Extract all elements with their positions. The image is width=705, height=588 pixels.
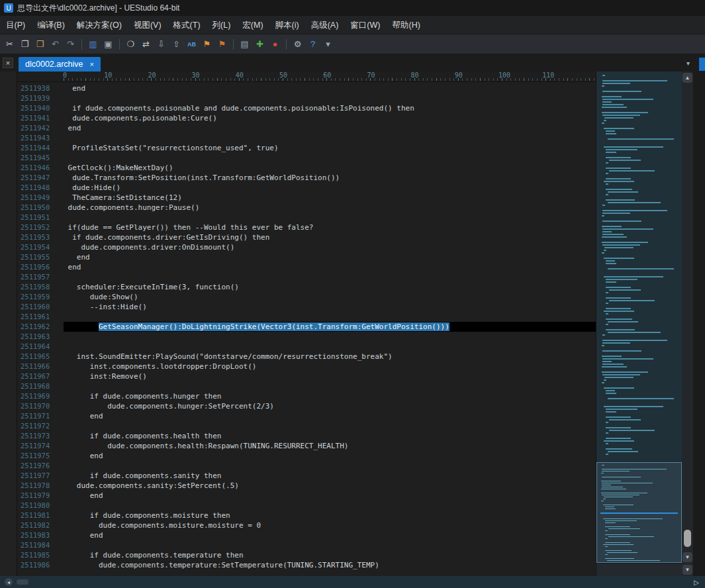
undo-icon[interactable]: ↶ (48, 37, 62, 51)
code-line[interactable]: 2511980 (17, 501, 596, 511)
code-line[interactable]: 2511945 (17, 153, 596, 163)
redo-icon[interactable]: ↷ (64, 37, 77, 51)
menu-item-10[interactable]: 帮助(H) (386, 16, 426, 34)
scroll-page-down-icon[interactable]: ▼ (682, 565, 692, 575)
code-line[interactable]: 2511950 dude.components.hunger:Pause() (17, 203, 596, 213)
record-macro-icon[interactable]: ● (268, 37, 282, 51)
copy-icon[interactable]: ❐ (18, 37, 32, 51)
code-line[interactable]: 2511948 dude:Hide() (17, 183, 596, 193)
menu-item-6[interactable]: 宏(M) (236, 16, 269, 34)
code-line[interactable]: 2511955 end (17, 252, 596, 262)
code-line[interactable]: 2511939 (17, 93, 596, 103)
code-line[interactable]: 2511965 inst.SoundEmitter:PlaySound("don… (17, 352, 596, 362)
code-line[interactable]: 2511957 (17, 272, 596, 282)
code-line[interactable]: 2511951 (17, 213, 596, 222)
code-line[interactable]: 2511943 (17, 133, 596, 143)
tab-close-icon[interactable]: × (90, 60, 94, 68)
menu-item-2[interactable]: 解决方案(O) (71, 16, 128, 34)
code-line[interactable]: 2511959 dude:Show() (17, 292, 596, 302)
scroll-down-icon[interactable]: ▼ (682, 552, 692, 562)
scroll-thumb[interactable] (684, 530, 691, 547)
function-list-icon[interactable]: ▤ (238, 37, 252, 51)
code-line[interactable]: 2511984 (17, 540, 596, 550)
code-line[interactable]: 2511974 dude.components.health:Respawn(T… (17, 441, 596, 451)
code-line[interactable]: 2511958 scheduler:ExecuteInTime(3, funct… (17, 282, 596, 292)
menu-item-5[interactable]: 列(L) (207, 16, 237, 34)
find-prev-icon[interactable]: ⇧ (169, 37, 183, 51)
close-pane-button[interactable]: × (3, 58, 13, 68)
code-line[interactable]: 2511949 TheCamera:SetDistance(12) (17, 193, 596, 203)
column-mode-icon[interactable]: ▥ (86, 37, 100, 51)
menu-item-7[interactable]: 脚本(i) (269, 16, 305, 34)
scroll-track[interactable] (682, 84, 693, 551)
code-line[interactable]: 2511952 if(dude == GetPlayer()) then --W… (17, 222, 596, 232)
code-text: dude.components.temperature:SetTemperatu… (64, 560, 596, 570)
save-icon[interactable]: ▣ (101, 37, 115, 51)
code-line[interactable]: 2511976 (17, 461, 596, 471)
code-line[interactable]: 2511963 (17, 332, 596, 342)
scroll-up-icon[interactable]: ▲ (682, 73, 692, 83)
code-line[interactable]: 2511962 GetSeasonManager():DoLightningSt… (17, 322, 596, 332)
cut-icon[interactable]: ✂ (3, 37, 17, 51)
code-line[interactable]: 2511968 (17, 381, 596, 391)
code-line[interactable]: 2511972 (17, 421, 596, 431)
paste-icon[interactable]: ❒ (33, 37, 47, 51)
code-line[interactable]: 2511946 GetClock():MakeNextDay() (17, 163, 596, 173)
tab-dlc0002-archive[interactable]: dlc0002.archive × (19, 57, 101, 72)
code-line[interactable]: 2511954 dude.components.driver:OnDismoun… (17, 242, 596, 252)
code-line[interactable]: 2511961 (17, 312, 596, 322)
code-line[interactable]: 2511944 ProfileStatsSet("resurrectionsto… (17, 143, 596, 153)
line-number: 2511950 (17, 203, 64, 213)
find-next-icon[interactable]: ⇩ (154, 37, 168, 51)
code-line[interactable]: 2511979 end (17, 491, 596, 501)
code-line[interactable]: 2511983 end (17, 530, 596, 540)
run-icon[interactable]: ✚ (253, 37, 267, 51)
menu-item-1[interactable]: 编译(B) (31, 16, 71, 34)
code-line[interactable]: 2511966 inst.components.lootdropper:Drop… (17, 362, 596, 371)
code-line[interactable]: 2511970 dude.components.hunger:SetPercen… (17, 401, 596, 411)
code-line[interactable]: 2511942 end (17, 123, 596, 133)
code-line[interactable]: 2511940 if dude.components.poisonable an… (17, 103, 596, 113)
minimap-line (604, 258, 634, 259)
minimap-viewport[interactable] (596, 462, 682, 563)
code-line[interactable]: 2511981 if dude.components.moisture then (17, 511, 596, 520)
code-line[interactable]: 2511973 if dude.components.health then (17, 431, 596, 441)
find-icon[interactable]: ❍ (124, 37, 138, 51)
line-number: 2511983 (17, 530, 64, 540)
help-icon[interactable]: ? (306, 37, 320, 51)
menu-item-8[interactable]: 高级(A) (305, 16, 345, 34)
vertical-scrollbar[interactable]: ▲ ▼ ▼ (682, 72, 693, 576)
code-line[interactable]: 2511975 end (17, 451, 596, 461)
spell-check-icon[interactable]: AB (185, 37, 199, 51)
code-line[interactable]: 2511953 if dude.components.driver:GetIsD… (17, 232, 596, 242)
code-line[interactable]: 2511982 dude.components.moisture.moistur… (17, 520, 596, 530)
code-line[interactable]: 2511967 inst:Remove() (17, 371, 596, 381)
scroll-left-icon[interactable]: ◂ (5, 578, 13, 586)
code-line[interactable]: 2511941 dude.components.poisonable:Cure(… (17, 113, 596, 123)
replace-icon[interactable]: ⇄ (139, 37, 153, 51)
code-line[interactable]: 2511947 dude.Transform:SetPosition(inst.… (17, 173, 596, 183)
code-line[interactable]: 2511960 --inst:Hide() (17, 302, 596, 312)
chevron-down-icon[interactable]: ▾ (686, 60, 690, 67)
code-line[interactable]: 2511977 if dude.components.sanity then (17, 471, 596, 481)
settings-gear-icon[interactable]: ⚙ (291, 37, 305, 51)
horizontal-scroll-thumb[interactable] (17, 579, 28, 585)
menu-item-0[interactable]: 目(P) (0, 16, 31, 34)
bottom-right-arrow-icon[interactable]: ▷ (694, 579, 705, 586)
bookmark-toggle-icon[interactable]: ⚑ (200, 37, 214, 51)
menu-item-4[interactable]: 格式(T) (167, 16, 207, 34)
code-line[interactable]: 2511964 (17, 342, 596, 352)
bookmark-next-icon[interactable]: ⚑ (215, 37, 229, 51)
menu-item-3[interactable]: 视图(V) (128, 16, 167, 34)
code-area[interactable]: 2511938 end25119392511940 if dude.compon… (17, 82, 596, 576)
code-line[interactable]: 2511986 dude.components.temperature:SetT… (17, 560, 596, 570)
document-map[interactable] (596, 72, 682, 576)
code-line[interactable]: 2511938 end (17, 83, 596, 93)
code-line[interactable]: 2511971 end (17, 411, 596, 421)
code-line[interactable]: 2511956 end (17, 262, 596, 272)
code-line[interactable]: 2511978 dude.components.sanity:SetPercen… (17, 481, 596, 491)
code-line[interactable]: 2511985 if dude.components.temperature t… (17, 550, 596, 560)
menu-item-9[interactable]: 窗口(W) (344, 16, 386, 34)
code-line[interactable]: 2511969 if dude.components.hunger then (17, 391, 596, 401)
toolbar-overflow-icon[interactable]: ▾ (321, 37, 335, 51)
